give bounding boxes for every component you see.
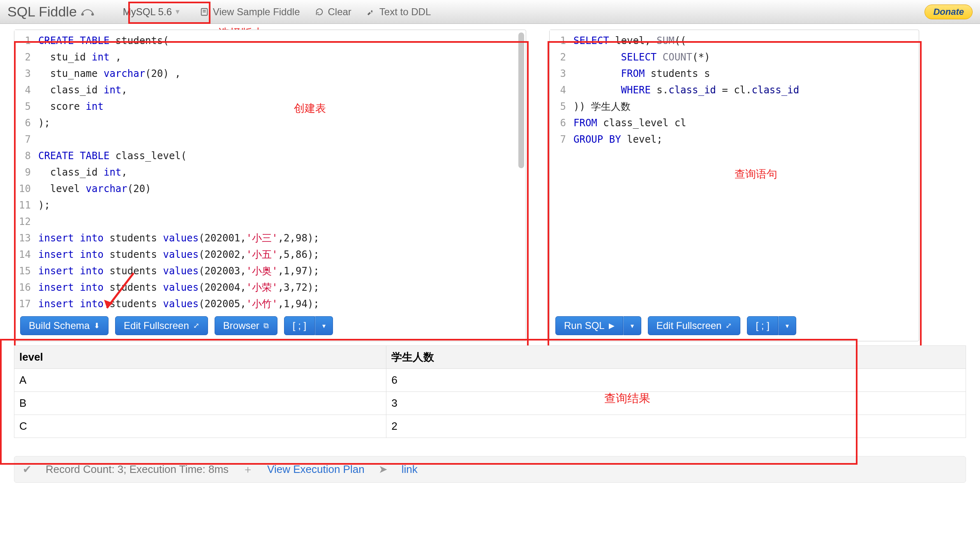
text-to-ddl-button[interactable]: Text to DDL [366, 6, 431, 18]
refresh-icon [315, 7, 324, 16]
view-sample-button[interactable]: View Sample Fiddle [200, 6, 300, 18]
donate-button[interactable]: Donate [925, 5, 973, 19]
terminator-split-right: [ ; ] ▾ [747, 316, 796, 335]
table-cell: C [14, 415, 386, 438]
table-row: A6 [14, 369, 966, 392]
results-col-header: 学生人数 [386, 346, 966, 369]
table-cell: 2 [386, 415, 966, 438]
build-schema-label: Build Schema [29, 320, 90, 331]
browser-label: Browser [223, 320, 259, 331]
db-version-label: MySQL 5.6 [123, 6, 172, 18]
tree-icon: ⧉ [263, 322, 269, 330]
plus-icon: ＋ [243, 462, 253, 477]
run-sql-dropdown[interactable]: ▾ [623, 316, 641, 335]
db-version-selector[interactable]: MySQL 5.6 ▼ [119, 5, 185, 19]
schema-button-row: Build Schema ⬇ Edit Fullscreen ⤢ Browser… [14, 312, 526, 341]
svg-point-1 [91, 13, 94, 16]
query-button-row: Run SQL ▶ ▾ Edit Fullscreen ⤢ [ ; ] ▾ [550, 312, 919, 341]
build-schema-button[interactable]: Build Schema ⬇ [20, 316, 109, 335]
schema-editor[interactable]: 1234567891011121314151617 CREATE TABLE s… [14, 30, 526, 312]
document-icon [200, 7, 209, 16]
results-header-row: level学生人数 [14, 346, 966, 369]
table-cell: A [14, 369, 386, 392]
expand-icon: ⤢ [726, 321, 732, 330]
expand-icon: ⤢ [193, 321, 199, 330]
text-to-ddl-label: Text to DDL [379, 6, 431, 18]
clear-label: Clear [328, 6, 351, 18]
permalink-link[interactable]: link [402, 463, 418, 476]
brand-text: SQL Fiddle [7, 4, 77, 20]
edit-fullscreen-button-right[interactable]: Edit Fullscreen ⤢ [648, 316, 741, 335]
query-gutter: 1234567 [550, 30, 569, 312]
editor-panels: 1234567891011121314151617 CREATE TABLE s… [0, 24, 980, 341]
chevron-down-icon: ▼ [174, 8, 181, 16]
brand-logo-icon [79, 6, 96, 18]
play-icon: ▶ [609, 321, 615, 330]
status-bar: ✔ Record Count: 3; Execution Time: 8ms ＋… [14, 456, 966, 483]
check-icon: ✔ [23, 463, 32, 476]
status-record-text: Record Count: 3; Execution Time: 8ms [46, 463, 229, 476]
view-sample-label: View Sample Fiddle [213, 6, 300, 18]
table-cell: 6 [386, 369, 966, 392]
schema-gutter: 1234567891011121314151617 [14, 30, 34, 312]
results-area: level学生人数 A6B3C2 查询结果 [0, 341, 980, 442]
table-row: B3 [14, 392, 966, 415]
share-icon: ➤ [379, 463, 388, 476]
query-editor[interactable]: 1234567 SELECT level, SUM(( SELECT COUNT… [550, 30, 919, 312]
edit-fullscreen-label-l: Edit Fullscreen [124, 320, 189, 331]
table-cell: B [14, 392, 386, 415]
top-toolbar: SQL Fiddle MySQL 5.6 ▼ View Sample Fiddl… [0, 0, 980, 24]
run-sql-label: Run SQL [564, 320, 605, 331]
browser-button[interactable]: Browser ⧉ [215, 316, 277, 335]
results-table: level学生人数 A6B3C2 [14, 345, 966, 438]
terminator-split-left: [ ; ] ▾ [284, 316, 333, 335]
view-execution-plan-link[interactable]: View Execution Plan [267, 463, 365, 476]
download-icon: ⬇ [94, 321, 100, 330]
schema-panel: 1234567891011121314151617 CREATE TABLE s… [14, 30, 526, 341]
run-sql-button[interactable]: Run SQL ▶ [555, 316, 623, 335]
query-code[interactable]: SELECT level, SUM(( SELECT COUNT(*) FROM… [569, 30, 919, 312]
brand: SQL Fiddle [7, 4, 96, 20]
results-col-header: level [14, 346, 386, 369]
table-cell: 3 [386, 392, 966, 415]
terminator-dropdown-right[interactable]: ▾ [778, 316, 796, 335]
clear-button[interactable]: Clear [315, 6, 351, 18]
query-panel: 1234567 SELECT level, SUM(( SELECT COUNT… [549, 30, 919, 341]
edit-fullscreen-label-r: Edit Fullscreen [656, 320, 722, 331]
table-row: C2 [14, 415, 966, 438]
terminator-dropdown-left[interactable]: ▾ [315, 316, 333, 335]
run-sql-split: Run SQL ▶ ▾ [555, 316, 641, 335]
edit-fullscreen-button-left[interactable]: Edit Fullscreen ⤢ [115, 316, 208, 335]
svg-point-0 [81, 13, 84, 16]
terminator-button-left[interactable]: [ ; ] [284, 316, 315, 335]
wrench-icon [366, 7, 375, 16]
scrollbar[interactable] [518, 32, 524, 168]
schema-code[interactable]: CREATE TABLE students( stu_id int , stu_… [34, 30, 526, 312]
terminator-button-right[interactable]: [ ; ] [747, 316, 778, 335]
results-body: A6B3C2 [14, 369, 966, 438]
